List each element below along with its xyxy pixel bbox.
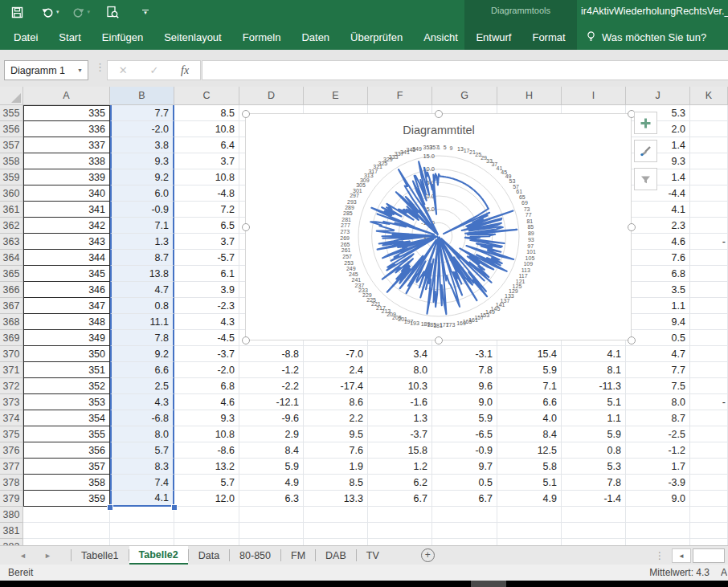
cell-K372[interactable] [690, 378, 728, 394]
cell-G371[interactable]: 7.8 [432, 362, 497, 378]
chart-styles-button[interactable] [634, 140, 657, 162]
scrollbar-thumb[interactable] [693, 548, 725, 563]
ribbon-tab-daten[interactable]: Daten [291, 24, 340, 50]
cell-C360[interactable]: -4.8 [174, 185, 239, 202]
cell-A371[interactable]: 351 [23, 362, 110, 378]
cell-C378[interactable]: 5.7 [174, 475, 239, 491]
cell-C369[interactable]: -4.5 [174, 330, 239, 346]
cell-B377[interactable]: 8.3 [110, 459, 174, 475]
cell-B379[interactable]: 4.1 [110, 491, 174, 507]
cell-F371[interactable]: 8.0 [368, 362, 432, 378]
horizontal-scrollbar[interactable]: ◄ [672, 548, 725, 563]
row-header-382[interactable]: 382 [0, 539, 23, 545]
cell-D381[interactable] [239, 523, 304, 539]
cell-H382[interactable] [497, 539, 562, 545]
row-header-370[interactable]: 370 [0, 346, 23, 362]
cell-D375[interactable]: 2.9 [239, 426, 304, 442]
cell-C357[interactable]: 6.4 [174, 137, 239, 153]
cell-E377[interactable]: 1.9 [304, 459, 368, 475]
sheet-tab-data[interactable]: Data [189, 546, 229, 565]
row-header-378[interactable]: 378 [0, 475, 23, 491]
cell-E373[interactable]: 8.6 [304, 394, 368, 410]
column-header-K[interactable]: K [690, 87, 728, 105]
ribbon-tab-ansicht[interactable]: Ansicht [413, 24, 468, 50]
column-header-A[interactable]: A [23, 87, 110, 105]
cell-F377[interactable]: 1.2 [368, 459, 432, 475]
cell-D374[interactable]: -9.6 [239, 410, 304, 426]
cell-C373[interactable]: 4.6 [174, 394, 239, 410]
cell-K371[interactable] [690, 362, 728, 378]
cell-D377[interactable]: 5.9 [239, 459, 304, 475]
cell-B370[interactable]: 9.2 [110, 346, 174, 362]
cell-D376[interactable]: 8.4 [239, 442, 304, 459]
cell-K379[interactable] [690, 491, 728, 507]
row-header-375[interactable]: 375 [0, 426, 23, 442]
cell-B355[interactable]: 7.7 [110, 105, 174, 121]
cell-C365[interactable]: 6.1 [174, 266, 239, 282]
cell-D380[interactable] [239, 507, 304, 523]
cell-K381[interactable] [690, 523, 728, 539]
cell-I378[interactable]: 7.8 [562, 475, 626, 491]
row-header-362[interactable]: 362 [0, 218, 23, 234]
row-header-358[interactable]: 358 [0, 153, 23, 169]
cell-F381[interactable] [368, 523, 432, 539]
cell-J367[interactable]: 1.1 [626, 298, 690, 314]
cell-K382[interactable] [690, 539, 728, 545]
cell-C355[interactable]: 8.5 [174, 105, 239, 121]
cell-B357[interactable]: 3.8 [110, 137, 174, 153]
cell-H378[interactable]: 5.1 [497, 475, 562, 491]
chart-handle-5[interactable] [242, 336, 250, 344]
chart-handle-1[interactable] [435, 110, 443, 118]
cell-A356[interactable]: 336 [23, 121, 110, 137]
cell-B368[interactable]: 11.1 [110, 314, 174, 330]
undo-icon[interactable] [41, 6, 54, 18]
cell-I377[interactable]: 5.3 [562, 459, 626, 475]
cell-K362[interactable] [690, 218, 728, 234]
cell-H379[interactable]: 4.9 [497, 491, 562, 507]
tell-me-box[interactable]: Was möchten Sie tun? [586, 24, 706, 50]
cell-B356[interactable]: -2.0 [110, 121, 174, 137]
cell-B360[interactable]: 6.0 [110, 185, 174, 202]
cell-A363[interactable]: 343 [23, 234, 110, 250]
cell-B371[interactable]: 6.6 [110, 362, 174, 378]
cell-A357[interactable]: 337 [23, 137, 110, 153]
cell-J380[interactable] [626, 507, 690, 523]
cell-C380[interactable] [174, 507, 239, 523]
row-header-361[interactable]: 361 [0, 202, 23, 218]
cell-A374[interactable]: 354 [23, 410, 110, 426]
cell-B363[interactable]: 1.3 [110, 234, 174, 250]
cell-H380[interactable] [497, 507, 562, 523]
cell-B374[interactable]: -6.8 [110, 410, 174, 426]
cell-A382[interactable] [23, 539, 110, 545]
cell-A358[interactable]: 338 [23, 153, 110, 169]
cell-F379[interactable]: 6.7 [368, 491, 432, 507]
column-header-F[interactable]: F [368, 87, 432, 105]
cell-J366[interactable]: 3.5 [626, 282, 690, 298]
cell-J379[interactable]: 9.0 [626, 491, 690, 507]
cell-K368[interactable] [690, 314, 728, 330]
cell-B361[interactable]: -0.9 [110, 202, 174, 218]
cell-K374[interactable] [690, 410, 728, 426]
radar-series[interactable] [370, 161, 517, 314]
customize-qat-icon[interactable]: ▾ [142, 10, 149, 14]
chart-title[interactable]: Diagrammtitel [403, 124, 474, 137]
cell-E381[interactable] [304, 523, 368, 539]
row-header-363[interactable]: 363 [0, 234, 23, 250]
cell-C374[interactable]: 9.3 [174, 410, 239, 426]
cell-K378[interactable] [690, 475, 728, 491]
chart-handle-3[interactable] [242, 223, 250, 231]
row-header-368[interactable]: 368 [0, 314, 23, 330]
cell-I381[interactable] [562, 523, 626, 539]
cell-I376[interactable]: 0.8 [562, 442, 626, 459]
cell-A375[interactable]: 355 [23, 426, 110, 442]
cell-B367[interactable]: 0.8 [110, 298, 174, 314]
formula-input[interactable] [202, 60, 728, 80]
cell-A369[interactable]: 349 [23, 330, 110, 346]
cell-K366[interactable] [690, 282, 728, 298]
chart-elements-button[interactable] [634, 112, 657, 134]
cell-J375[interactable]: -2.5 [626, 426, 690, 442]
cell-A380[interactable] [23, 507, 110, 523]
cell-H372[interactable]: 7.1 [497, 378, 562, 394]
cell-A367[interactable]: 347 [23, 298, 110, 314]
row-header-381[interactable]: 381 [0, 523, 23, 539]
